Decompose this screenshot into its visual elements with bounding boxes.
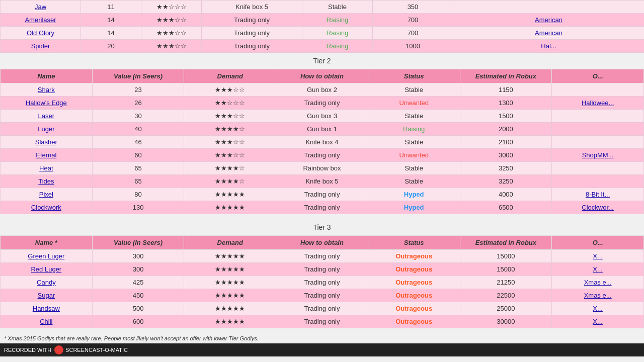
item-link[interactable]: Handsaw xyxy=(33,305,60,312)
item-link[interactable]: Old Glory xyxy=(27,29,54,37)
obtain-cell: Trading only xyxy=(276,188,368,201)
item-link[interactable]: Green Luger xyxy=(28,252,64,260)
origin-link[interactable]: X... xyxy=(593,265,603,273)
name-cell: Handsaw xyxy=(1,302,93,315)
origin-cell: ShopMM... xyxy=(552,149,644,162)
robux-cell: 700 xyxy=(373,14,453,27)
header-2: Demand xyxy=(184,69,276,83)
origin-link[interactable]: X... xyxy=(593,318,603,325)
obtain-cell: Trading only xyxy=(202,27,302,40)
status-badge: Outrageous xyxy=(395,279,432,286)
item-link[interactable]: Laser xyxy=(38,112,55,120)
table-row: Heat65★★★★☆Rainbow boxStable3250 xyxy=(1,162,644,175)
origin-cell xyxy=(552,175,644,188)
obtain-cell: Trading only xyxy=(276,315,368,328)
item-link[interactable]: Candy xyxy=(37,279,56,286)
status-badge: Raising xyxy=(403,125,425,133)
demand-cell: ★★★★☆ xyxy=(184,123,276,136)
status-cell: Outrageous xyxy=(368,289,460,302)
recorded-with-label: RECORDED WITH xyxy=(4,347,51,353)
item-link[interactable]: Clockwork xyxy=(31,204,61,211)
item-link[interactable]: Jaw xyxy=(35,3,46,11)
table-row: Shark23★★★☆☆Gun box 2Stable1150 xyxy=(1,83,644,97)
item-link[interactable]: Pixel xyxy=(39,191,53,198)
robux-cell: 1000 xyxy=(373,40,453,53)
value-cell: 20 xyxy=(81,40,141,53)
table-row: Spider20★★★☆☆Trading onlyRaising1000Hal.… xyxy=(1,40,645,53)
status-cell: Stable xyxy=(368,83,460,97)
item-link[interactable]: Eternal xyxy=(36,151,56,159)
name-cell: Candy xyxy=(1,276,93,289)
name-cell: Laser xyxy=(1,110,93,123)
item-link[interactable]: Sugar xyxy=(38,292,55,299)
name-cell: Luger xyxy=(1,123,93,136)
item-link[interactable]: Heat xyxy=(39,164,53,172)
origin-link[interactable]: American xyxy=(535,16,562,24)
origin-link[interactable]: Hal... xyxy=(541,42,556,50)
demand-cell: ★★★★★ xyxy=(184,315,276,328)
name-cell: Amerilaser xyxy=(1,14,81,27)
item-link[interactable]: Spider xyxy=(31,42,50,50)
table-row: Red Luger300★★★★★Trading onlyOutrageous1… xyxy=(1,263,644,276)
obtain-cell: Knife box 4 xyxy=(276,136,368,149)
table-row: Candy425★★★★★Trading onlyOutrageous21250… xyxy=(1,276,644,289)
item-link[interactable]: Shark xyxy=(38,86,55,94)
name-cell: Jaw xyxy=(1,1,81,14)
robux-cell: 3250 xyxy=(460,162,552,175)
demand-cell: ★★★☆☆ xyxy=(141,27,202,40)
name-cell: Old Glory xyxy=(1,27,81,40)
value-cell: 600 xyxy=(92,315,184,328)
origin-link[interactable]: Hallowee... xyxy=(582,99,614,107)
origin-link[interactable]: American xyxy=(535,29,562,37)
value-cell: 300 xyxy=(92,263,184,276)
origin-link[interactable]: Xmas e... xyxy=(584,292,612,299)
item-link[interactable]: Tides xyxy=(38,177,54,185)
header-2: Demand xyxy=(184,236,276,250)
screencast-brand: SCREENCAST-O-MATIC xyxy=(65,347,128,353)
origin-link[interactable]: Clockwor... xyxy=(582,204,614,211)
obtain-cell: Knife box 5 xyxy=(276,175,368,188)
value-cell: 40 xyxy=(92,123,184,136)
origin-cell xyxy=(453,1,645,14)
table-row: Sugar450★★★★★Trading onlyOutrageous22500… xyxy=(1,289,644,302)
item-link[interactable]: Chill xyxy=(40,318,52,325)
origin-link[interactable]: ShopMM... xyxy=(582,151,614,159)
origin-cell: X... xyxy=(552,263,644,276)
demand-cell: ★★★★☆ xyxy=(184,175,276,188)
value-cell: 60 xyxy=(92,149,184,162)
status-badge: Raising xyxy=(327,42,348,50)
obtain-cell: Trading only xyxy=(276,201,368,214)
tier2-section: Tier 2 NameValue (in Seers)DemandHow to … xyxy=(0,53,644,214)
tier3-label: Tier 3 xyxy=(0,219,644,235)
origin-link[interactable]: Xmas e... xyxy=(584,279,612,286)
status-badge: Stable xyxy=(405,112,423,120)
origin-link[interactable]: X... xyxy=(593,305,603,312)
item-link[interactable]: Hallow's Edge xyxy=(26,99,67,107)
robux-cell: 4000 xyxy=(460,188,552,201)
obtain-cell: Trading only xyxy=(276,276,368,289)
value-cell: 80 xyxy=(92,188,184,201)
item-link[interactable]: Slasher xyxy=(35,138,57,146)
obtain-cell: Trading only xyxy=(202,14,302,27)
robux-cell: 30000 xyxy=(460,315,552,328)
demand-cell: ★★★★★ xyxy=(184,188,276,201)
page-container: Jaw11★★☆☆☆Knife box 5Stable350Amerilaser… xyxy=(0,0,644,356)
origin-link[interactable]: X... xyxy=(593,252,603,260)
status-badge: Stable xyxy=(405,138,423,146)
top-rows-table: Jaw11★★☆☆☆Knife box 5Stable350Amerilaser… xyxy=(0,0,644,53)
demand-cell: ★★★☆☆ xyxy=(141,14,202,27)
status-cell: Unwanted xyxy=(368,97,460,110)
item-link[interactable]: Luger xyxy=(38,125,54,133)
item-link[interactable]: Red Luger xyxy=(31,265,61,273)
name-cell: Green Luger xyxy=(1,250,93,263)
status-cell: Outrageous xyxy=(368,276,460,289)
name-cell: Pixel xyxy=(1,188,93,201)
status-badge: Hyped xyxy=(404,191,424,198)
name-cell: Eternal xyxy=(1,149,93,162)
value-cell: 11 xyxy=(81,1,141,14)
value-cell: 14 xyxy=(81,14,141,27)
table-row: Laser30★★★☆☆Gun box 3Stable1500 xyxy=(1,110,644,123)
origin-cell: American xyxy=(453,27,645,40)
origin-link[interactable]: 8-Bit It... xyxy=(586,191,610,198)
item-link[interactable]: Amerilaser xyxy=(25,16,56,24)
